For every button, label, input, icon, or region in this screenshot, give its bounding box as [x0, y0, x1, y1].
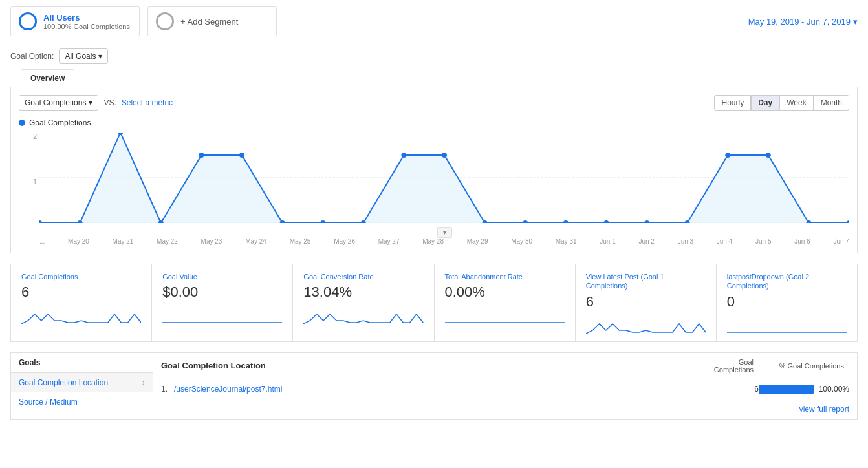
goal-completion-location-label: Goal Completion Location — [19, 378, 108, 387]
goal-completion-table: Goal Completion Location Goal Completion… — [153, 352, 858, 420]
metric-dropdown[interactable]: Goal Completions ▾ — [19, 95, 98, 111]
svg-point-17 — [563, 220, 569, 223]
metric-value-3: 0.00% — [445, 284, 565, 301]
add-segment-button[interactable]: + Add Segment — [147, 6, 277, 36]
overview-tab-label: Overview — [30, 74, 65, 83]
metric-title-1: Goal Value — [162, 272, 282, 281]
svg-point-21 — [725, 153, 730, 158]
mini-chart-3 — [445, 304, 565, 324]
time-btn-week[interactable]: Week — [779, 95, 813, 111]
time-btn-hourly[interactable]: Hourly — [714, 95, 751, 111]
metric-card-goal-value: Goal Value $0.00 — [152, 264, 293, 341]
date-range-picker[interactable]: May 19, 2019 - Jun 7, 2019 ▾ — [748, 17, 858, 27]
goal-table-header: Goal Completion Location Goal Completion… — [153, 353, 857, 379]
source-medium-link[interactable]: Source / Medium — [11, 392, 153, 412]
svg-point-24 — [847, 220, 849, 223]
svg-point-22 — [766, 153, 771, 158]
top-bar: All Users 100.00% Goal Completions + Add… — [0, 0, 868, 43]
metric-card-conversion-rate: Goal Conversion Rate 13.04% — [293, 264, 434, 341]
metric-value-1: $0.00 — [162, 284, 282, 301]
mini-chart-0 — [21, 304, 141, 324]
mini-chart-4 — [586, 314, 706, 334]
chart-area: ▾ — [39, 133, 849, 237]
x-labels: ... May 20 May 21 May 22 May 23 May 24 M… — [19, 238, 849, 245]
view-full-report-link[interactable]: view full report — [153, 399, 857, 419]
metric-value-0: 6 — [21, 284, 141, 301]
time-buttons: Hourly Day Week Month — [714, 95, 849, 111]
select-metric-link[interactable]: Select a metric — [122, 98, 173, 107]
svg-point-13 — [401, 153, 406, 158]
svg-point-4 — [39, 220, 42, 223]
expand-chart-icon[interactable]: ▾ — [437, 227, 452, 238]
goal-completion-location-item[interactable]: Goal Completion Location › — [11, 373, 153, 392]
legend-dot-icon — [19, 120, 25, 126]
row-num: 1. — [161, 385, 174, 394]
legend-label: Goal Completions — [29, 118, 91, 127]
y-label-2: 2 — [19, 133, 37, 140]
y-label-1: 1 — [19, 178, 37, 186]
col-header-pct: % Goal Completions — [759, 362, 849, 370]
row-pct: 100.00% — [819, 385, 849, 394]
svg-point-6 — [118, 133, 123, 135]
vs-label: VS. — [103, 98, 116, 107]
mini-chart-2 — [303, 304, 423, 324]
goals-sidebar: Goals Goal Completion Location › Source … — [10, 352, 153, 420]
metrics-row: Goal Completions 6 Goal Value $0.00 Goal… — [10, 264, 858, 342]
svg-point-18 — [603, 220, 609, 223]
mini-chart-1 — [162, 304, 282, 324]
metric-card-goal-completions: Goal Completions 6 — [11, 264, 152, 341]
metric-value-5: 0 — [727, 293, 847, 310]
metric-dropdown-arrow-icon: ▾ — [89, 98, 92, 107]
add-segment-label: + Add Segment — [180, 17, 238, 27]
metric-title-2: Goal Conversion Rate — [303, 272, 423, 281]
bottom-section: Goals Goal Completion Location › Source … — [10, 352, 858, 420]
all-users-segment[interactable]: All Users 100.00% Goal Completions — [10, 6, 140, 36]
svg-point-11 — [320, 220, 325, 223]
segment-circle-icon — [19, 12, 37, 30]
date-range-text: May 19, 2019 - Jun 7, 2019 — [748, 17, 851, 27]
metric-value-2: 13.04% — [303, 284, 423, 301]
metric-card-lastpost-dropdown: lastpostDropdown (Goal 2 Completions) 0 — [717, 264, 857, 341]
metric-title-3: Total Abandonment Rate — [445, 272, 565, 281]
metric-title-0: Goal Completions — [21, 272, 141, 281]
svg-point-8 — [199, 153, 204, 158]
table-row: 1. /userScienceJournal/post7.html 6 100.… — [153, 379, 857, 399]
time-btn-month[interactable]: Month — [814, 95, 849, 111]
metric-card-view-latest-post: View Latest Post (Goal 1 Completions) 6 — [576, 264, 717, 341]
segment-text: All Users 100.00% Goal Completions — [43, 13, 130, 30]
goal-option-bar: Goal Option: All Goals ▾ — [0, 43, 868, 69]
goal-dropdown-arrow-icon: ▾ — [98, 52, 102, 61]
goal-option-label: Goal Option: — [10, 52, 54, 61]
goal-option-dropdown[interactable]: All Goals ▾ — [59, 48, 108, 64]
row-bar-wrap: 100.00% — [759, 385, 849, 394]
date-range-arrow-icon: ▾ — [853, 17, 858, 27]
add-segment-circle-icon — [156, 12, 174, 30]
col-header-completions: Goal Completions — [694, 358, 759, 374]
segment-name: All Users — [43, 13, 130, 23]
svg-point-19 — [644, 220, 649, 223]
svg-point-16 — [523, 220, 528, 223]
metric-dropdown-label: Goal Completions — [25, 98, 86, 107]
chart-legend: Goal Completions — [19, 118, 849, 127]
goals-sidebar-header: Goals — [11, 353, 153, 373]
chart-controls: Goal Completions ▾ VS. Select a metric H… — [19, 95, 849, 111]
metric-value-4: 6 — [586, 293, 706, 310]
svg-point-9 — [239, 153, 244, 158]
chart-svg — [39, 133, 849, 223]
goal-item-arrow-icon: › — [142, 378, 145, 387]
metric-title-5: lastpostDropdown (Goal 2 Completions) — [727, 272, 847, 291]
goal-option-value: All Goals — [65, 52, 96, 61]
chart-section: Goal Completions ▾ VS. Select a metric H… — [10, 87, 858, 253]
goal-table-title: Goal Completion Location — [161, 361, 694, 370]
row-url[interactable]: /userScienceJournal/post7.html — [174, 385, 694, 394]
row-completions: 6 — [694, 385, 759, 394]
mini-chart-5 — [727, 314, 847, 334]
row-bar — [759, 385, 814, 394]
overview-tab[interactable]: Overview — [21, 69, 74, 87]
segment-sub: 100.00% Goal Completions — [43, 23, 130, 30]
time-btn-day[interactable]: Day — [751, 95, 779, 111]
metric-title-4: View Latest Post (Goal 1 Completions) — [586, 272, 706, 291]
metric-card-abandonment-rate: Total Abandonment Rate 0.00% — [435, 264, 576, 341]
svg-point-14 — [442, 153, 447, 158]
